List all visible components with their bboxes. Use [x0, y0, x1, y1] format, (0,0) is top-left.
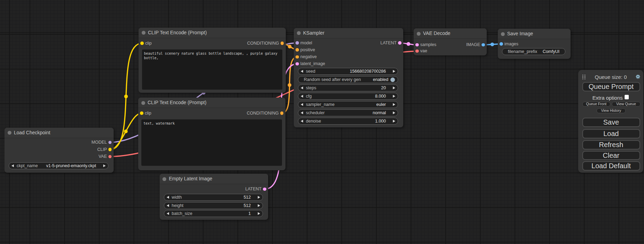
widget-denoise[interactable]: denoise1.000 [298, 118, 398, 125]
output-port-LATENT[interactable] [398, 41, 401, 44]
load-default-button[interactable]: Load Default [582, 161, 640, 171]
node-title-bar[interactable]: CLIP Text Encode (Prompt) [138, 98, 285, 108]
node-title: KSampler [303, 28, 324, 38]
increment-arrow-icon[interactable] [393, 70, 395, 73]
prompt-textarea[interactable]: text, watermark [141, 119, 282, 166]
input-port-positive[interactable] [295, 48, 299, 51]
decrement-arrow-icon[interactable] [11, 164, 14, 167]
link-midpoint-dot[interactable] [124, 129, 128, 133]
increment-arrow-icon[interactable] [103, 164, 106, 167]
node-clip-text-encode-negative[interactable]: CLIP Text Encode (Prompt)clipCONDITIONIN… [138, 98, 285, 170]
decrement-arrow-icon[interactable] [301, 111, 303, 114]
decrement-arrow-icon[interactable] [301, 103, 303, 106]
node-status-dot-icon [417, 32, 421, 36]
refresh-button[interactable]: Refresh [582, 140, 640, 150]
node-title-bar[interactable]: Empty Latent Image [160, 174, 268, 184]
output-port-CONDITIONING[interactable] [280, 111, 283, 115]
link-midpoint-dot[interactable] [288, 83, 291, 87]
widget-height[interactable]: height512 [164, 202, 263, 209]
increment-arrow-icon[interactable] [393, 111, 395, 114]
node-title: CLIP Text Encode (Prompt) [148, 28, 207, 38]
drag-handle-icon[interactable] [582, 75, 586, 80]
widget-random-seed-after-every-gen[interactable]: Random seed after every genenabled [298, 76, 398, 83]
decrement-arrow-icon[interactable] [301, 95, 303, 98]
widget-seed[interactable]: seed156680208700286 [298, 68, 398, 75]
increment-arrow-icon[interactable] [258, 212, 260, 215]
output-port-CONDITIONING[interactable] [281, 42, 284, 45]
input-port-images[interactable] [500, 42, 503, 45]
input-port-samples[interactable] [415, 43, 418, 46]
input-port-model[interactable] [295, 41, 299, 44]
view-queue-button[interactable]: View Queue [612, 102, 641, 107]
node-save-image[interactable]: Save Imageimagesfilename_prefixComfyUI [498, 29, 571, 59]
prompt-textarea[interactable]: beautiful scenery nature glass bottle la… [142, 49, 283, 90]
load-button[interactable]: Load [582, 129, 640, 138]
increment-arrow-icon[interactable] [393, 120, 395, 123]
decrement-arrow-icon[interactable] [167, 204, 169, 207]
widget-width[interactable]: width512 [164, 194, 263, 201]
widget-batch_size[interactable]: batch_size1 [164, 210, 263, 217]
widget-steps[interactable]: steps20 [298, 84, 398, 91]
output-port-MODEL[interactable] [108, 141, 112, 144]
input-port-label: clip [145, 41, 152, 46]
link-midpoint-dot[interactable] [407, 42, 411, 46]
node-vae-decode[interactable]: VAE DecodesamplesvaeIMAGE [414, 28, 487, 55]
node-status-dot-icon [142, 31, 145, 35]
widget-cfg[interactable]: cfg8.000 [298, 93, 398, 100]
node-title-bar[interactable]: VAE Decode [414, 28, 487, 39]
widget-value: enabled [373, 76, 389, 83]
decrement-arrow-icon[interactable] [301, 120, 303, 123]
input-port-latent_image[interactable] [295, 62, 299, 65]
widget-label: steps [306, 85, 316, 91]
increment-arrow-icon[interactable] [393, 103, 395, 106]
increment-arrow-icon[interactable] [393, 95, 395, 98]
link-midpoint-dot[interactable] [124, 94, 128, 98]
output-port-CLIP[interactable] [108, 148, 112, 151]
extra-options-checkbox[interactable] [625, 95, 629, 99]
node-title-bar[interactable]: KSampler [294, 28, 403, 38]
decrement-arrow-icon[interactable] [301, 87, 303, 89]
queue-prompt-button[interactable]: Queue Prompt [582, 82, 640, 91]
widget-value: 512 [244, 194, 251, 201]
node-clip-text-encode-positive[interactable]: CLIP Text Encode (Prompt)clipCONDITIONIN… [139, 28, 286, 93]
node-empty-latent-image[interactable]: Empty Latent ImageLATENTwidth512height51… [160, 174, 268, 220]
input-port-vae[interactable] [415, 49, 418, 53]
node-title-bar[interactable]: Load Checkpoint [5, 128, 114, 138]
widget-value: euler [376, 101, 386, 108]
input-port-clip[interactable] [140, 111, 143, 115]
widget-label: seed [306, 68, 315, 75]
widget-sampler_name[interactable]: sampler_nameeuler [298, 101, 398, 108]
link-midpoint-dot[interactable] [491, 43, 494, 46]
input-port-negative[interactable] [295, 55, 299, 58]
increment-arrow-icon[interactable] [258, 196, 260, 199]
queue-front-button[interactable]: Queue Front [582, 102, 611, 107]
node-title-bar[interactable]: Save Image [498, 29, 571, 39]
node-title: CLIP Text Encode (Prompt) [148, 98, 206, 108]
increment-arrow-icon[interactable] [258, 204, 260, 207]
node-title-bar[interactable]: CLIP Text Encode (Prompt) [139, 28, 286, 38]
widget-scheduler[interactable]: schedulernormal [298, 109, 398, 116]
output-port-IMAGE[interactable] [482, 43, 485, 46]
output-port-VAE[interactable] [108, 155, 112, 158]
output-port-LATENT[interactable] [263, 188, 266, 191]
decrement-arrow-icon[interactable] [301, 70, 303, 73]
settings-gear-icon[interactable] [635, 74, 641, 79]
increment-arrow-icon[interactable] [393, 87, 395, 89]
link-midpoint-dot[interactable] [288, 45, 292, 48]
save-button[interactable]: Save [582, 118, 640, 127]
widget-filename_prefix[interactable]: filename_prefixComfyUI [502, 48, 565, 55]
clear-button[interactable]: Clear [582, 151, 640, 160]
widget-value: 1.000 [375, 118, 386, 125]
view-history-button[interactable]: View History [597, 108, 626, 113]
decrement-arrow-icon[interactable] [167, 212, 169, 215]
decrement-arrow-icon[interactable] [167, 196, 169, 199]
input-port-clip[interactable] [140, 42, 143, 45]
toggle-indicator[interactable] [390, 78, 395, 82]
extra-options-label: Extra options [592, 95, 623, 101]
node-status-dot-icon [297, 31, 301, 35]
widget-value: normal [373, 110, 386, 116]
node-title: Empty Latent Image [169, 174, 212, 184]
node-load-checkpoint[interactable]: Load CheckpointMODELCLIPVAEckpt_namev1-5… [5, 128, 114, 173]
widget-ckpt_name[interactable]: ckpt_namev1-5-pruned-emaonly.ckpt [9, 162, 108, 169]
node-ksampler[interactable]: KSamplermodelpositivenegativelatent_imag… [294, 28, 403, 128]
